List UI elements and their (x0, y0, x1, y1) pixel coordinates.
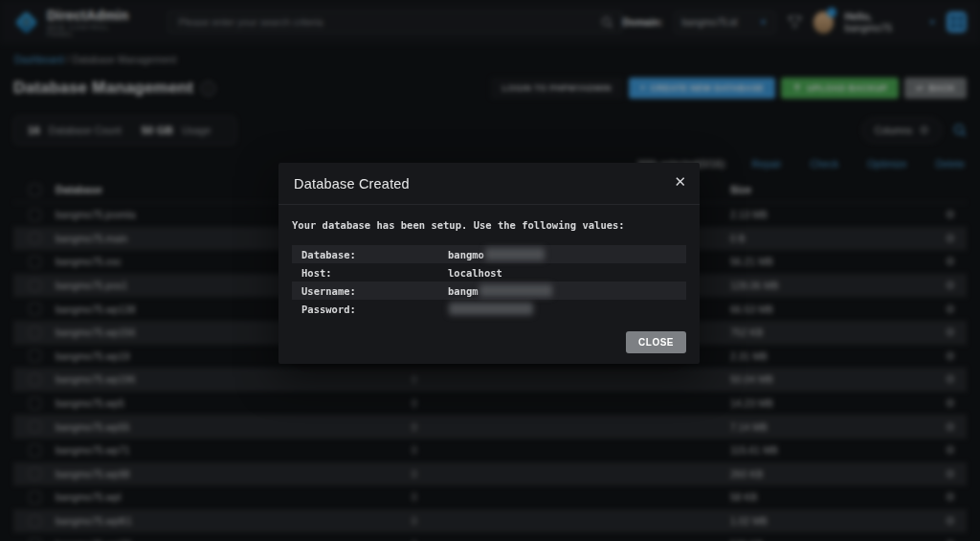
modal-fields: Database: bangmo Host: localhost Usernam… (292, 245, 686, 318)
field-value: bangmo (448, 249, 484, 260)
close-icon[interactable]: ✕ (674, 173, 686, 191)
modal-field-row: Host: localhost (292, 263, 686, 282)
field-label: Username: (301, 285, 448, 297)
modal-title: Database Created (294, 176, 410, 192)
modal-field-row: Password: (292, 300, 686, 318)
field-value-wrap: bangm (448, 284, 552, 297)
redacted-text (479, 284, 552, 297)
screen: DirectAdmin WEB CONTROL PANEL Domain: ba… (0, 0, 980, 541)
modal-message: Your database has been setup. Use the fo… (292, 219, 686, 231)
redacted-text (449, 303, 533, 315)
redacted-text (485, 248, 545, 260)
field-value-wrap: bangmo (448, 248, 545, 260)
field-value-wrap (448, 303, 533, 315)
field-value: localhost (448, 267, 502, 279)
modal-field-row: Username: bangm (292, 282, 686, 300)
field-label: Host: (301, 267, 448, 279)
field-label: Database: (301, 249, 448, 260)
field-label: Password: (301, 304, 448, 315)
field-value-wrap: localhost (448, 267, 502, 279)
close-button[interactable]: CLOSE (626, 331, 686, 353)
database-created-modal: Database Created ✕ Your database has bee… (278, 163, 700, 364)
field-value: bangm (448, 285, 479, 297)
modal-field-row: Database: bangmo (292, 245, 686, 263)
